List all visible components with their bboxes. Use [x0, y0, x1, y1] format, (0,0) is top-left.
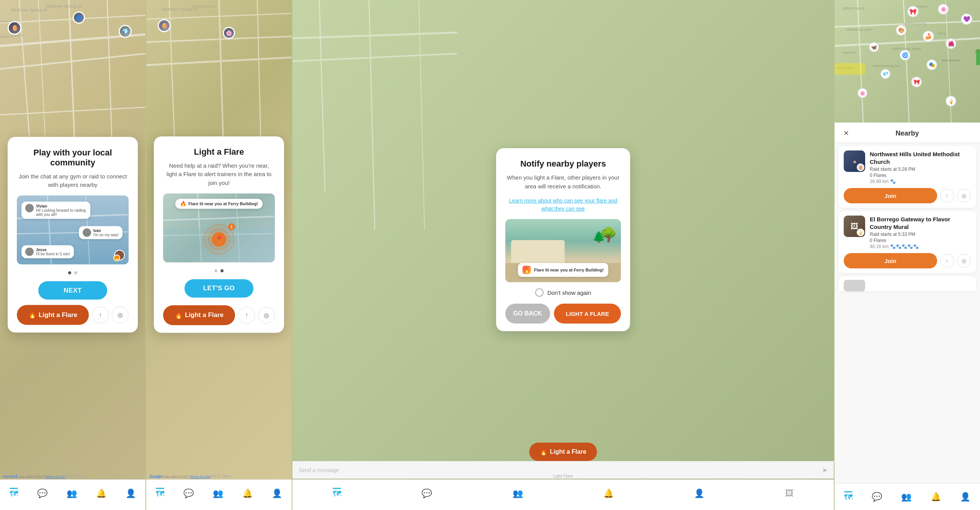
light-a-flare-button[interactable]: LIGHT A FLARE: [554, 304, 621, 324]
nav-tab-map-1[interactable]: 🗺: [10, 488, 18, 499]
raid-item-1-top: ⛪ 🥚 Northwest Hills United Methodist Chu…: [844, 150, 971, 184]
svg-text:Middle Brook Dr: Middle Brook Dr: [192, 5, 217, 8]
person-icon-4[interactable]: 👤: [960, 492, 970, 502]
notify-inner-card: 🔥 Flare lit near you at Ferry Building!: [518, 263, 608, 277]
nav-tab-map-3[interactable]: 🗺: [333, 488, 341, 499]
map-pin-2: 🌀: [73, 11, 85, 24]
map-pin-3: 💎: [119, 25, 132, 38]
join-button-1[interactable]: Join: [844, 188, 937, 203]
flame-icon-2: 🔥: [175, 311, 183, 319]
screen-3: Notify nearby players When you light a F…: [292, 0, 834, 510]
navigate-button-1[interactable]: ◎: [112, 306, 129, 323]
light-flare-modal: Light a Flare Need help at a raid? When …: [154, 136, 284, 333]
egg-pin-9: 🎭: [926, 59, 937, 70]
bottom-nav-2: 🗺 💬 👥 🔔 👤: [146, 479, 292, 510]
light-flare-button-2[interactable]: 🔥 Light a Flare: [163, 305, 235, 325]
raid-egg-2: 🍦: [857, 229, 864, 236]
dont-show-label: Don't show again: [547, 289, 591, 296]
flare-notif-bar: 🔥 Flare lit near you at Ferry Building!: [175, 199, 263, 209]
map-icon-3: 🗺: [333, 489, 341, 499]
go-back-button[interactable]: GO BACK: [505, 304, 550, 324]
raid-time-1: Raid starts at 5:28 PM: [870, 167, 971, 172]
jesse-name: Jesse: [36, 247, 70, 252]
avatar-ivan: [83, 228, 91, 237]
share-button-2[interactable]: ↑: [238, 307, 255, 324]
svg-line-17: [146, 36, 292, 42]
ivan-name: Ivan: [93, 228, 119, 232]
people-icon-2[interactable]: 👥: [213, 489, 223, 499]
bell-icon-2[interactable]: 🔔: [242, 489, 253, 499]
notify-preview-image: 🌳 🌲 🔥 Flare lit near you at Ferry Buildi…: [505, 219, 621, 282]
lets-go-button[interactable]: LET'S GO: [185, 279, 253, 298]
flare-icon: 🔥: [180, 201, 186, 207]
bottom-light-flare-button[interactable]: 🔥 Light a Flare: [529, 443, 597, 461]
raid-item-2: 🖼 🍦 El Borrego Gateway to Flavor Country…: [838, 211, 976, 273]
svg-line-0: [0, 54, 145, 69]
notify-inner-text: Flare lit near you at Ferry Building!: [534, 268, 604, 272]
light-flare-button-1[interactable]: 🔥 Light a Flare: [17, 305, 89, 325]
person-icon-1[interactable]: 👤: [126, 489, 136, 499]
flare-bottom-row: 🔥 Light a Flare ↑ ◎: [17, 305, 129, 325]
raid-time-2: Raid starts at 5:33 PM: [870, 232, 971, 237]
egg-pin-11: 🎀: [911, 77, 922, 87]
svg-text:Creek Park: Creek Park: [842, 51, 856, 54]
bell-icon-3[interactable]: 🔔: [603, 489, 614, 499]
action-buttons: GO BACK LIGHT A FLARE: [505, 304, 621, 324]
svg-line-30: [292, 33, 457, 38]
dot-1: [68, 271, 71, 274]
person-icon-3[interactable]: 👤: [694, 489, 704, 499]
raid-flares-2: 0 Flares: [870, 238, 971, 243]
share-raid-2[interactable]: ↑: [940, 254, 954, 268]
location-marker-green: [976, 54, 980, 65]
feature-label-3: Light Flare: [292, 474, 834, 478]
chat-bubble-ivan: Ivan I'm on my way!: [79, 226, 122, 239]
active-indicator-1: [10, 488, 18, 489]
avatar-jesse: [25, 247, 34, 256]
modal-desc: Join the chat at any gym or raid to conn…: [17, 172, 129, 189]
person-icon-2[interactable]: 👤: [272, 489, 282, 499]
flare-notif-text: Flare lit near you at Ferry Building!: [188, 201, 258, 206]
vivian-name: Vivian: [36, 204, 87, 208]
share-button-1[interactable]: ↑: [92, 306, 109, 323]
join-button-2[interactable]: Join: [844, 253, 937, 268]
chat-icon-4[interactable]: 💬: [872, 492, 882, 502]
chat-icon-3[interactable]: 💬: [421, 489, 432, 499]
modal-title: Play with your local community: [17, 147, 129, 167]
egg-pin-10: 💎: [880, 69, 890, 79]
bottom-flare-btn-container: 🔥 Light a Flare: [529, 443, 597, 461]
nav-tab-map-2[interactable]: 🗺: [156, 488, 164, 499]
svg-text:NORTH AUSTIN: NORTH AUSTIN: [903, 22, 926, 26]
egg-pin-8: 🌀: [900, 50, 910, 60]
chat-icon-1[interactable]: 💬: [37, 489, 47, 499]
navigate-raid-2[interactable]: ◎: [957, 254, 971, 268]
svg-text:GREAT HILLS: GREAT HILLS: [842, 7, 864, 10]
egg-pin-2: 🌸: [938, 4, 949, 15]
bell-icon-4[interactable]: 🔔: [931, 492, 941, 502]
dont-show-checkbox[interactable]: [535, 288, 544, 297]
next-button[interactable]: NEXT: [38, 281, 107, 299]
dont-show-row: Don't show again: [535, 288, 591, 297]
notify-desc: When you light a Flare, other players in…: [505, 173, 621, 191]
raid-egg-1: 🥚: [857, 163, 864, 171]
learn-more-link[interactable]: Learn more about who can see your flare …: [505, 197, 621, 213]
close-nearby-button[interactable]: ✕: [841, 128, 851, 139]
dot-s2-2: [220, 269, 224, 272]
people-icon-3[interactable]: 👥: [513, 489, 523, 499]
vivian-msg: Hi! Looking forward to raiding with you …: [36, 208, 87, 216]
nav-tab-map-4[interactable]: 🗺: [844, 491, 853, 502]
active-indicator-3: [333, 488, 341, 489]
raid-dist-1: 26.89 km 🐾: [870, 179, 971, 184]
share-raid-1[interactable]: ↑: [940, 189, 954, 203]
navigate-button-2[interactable]: ◎: [258, 307, 275, 324]
image-icon-3[interactable]: 🖼: [785, 489, 794, 499]
bell-icon-1[interactable]: 🔔: [96, 489, 106, 499]
svg-line-29: [292, 54, 457, 61]
navigate-raid-1[interactable]: ◎: [957, 189, 971, 203]
egg-pin-4: 🎨: [896, 25, 906, 36]
screen-2: Mistflower Springs Dr Middle Brook Dr 🥚 …: [146, 0, 292, 510]
chat-icon-2[interactable]: 💬: [183, 489, 194, 499]
send-arrow-icon[interactable]: ➤: [822, 466, 828, 474]
svg-text:HILLS: HILLS: [938, 32, 946, 35]
people-icon-1[interactable]: 👥: [67, 489, 77, 499]
people-icon-4[interactable]: 👥: [901, 492, 911, 502]
